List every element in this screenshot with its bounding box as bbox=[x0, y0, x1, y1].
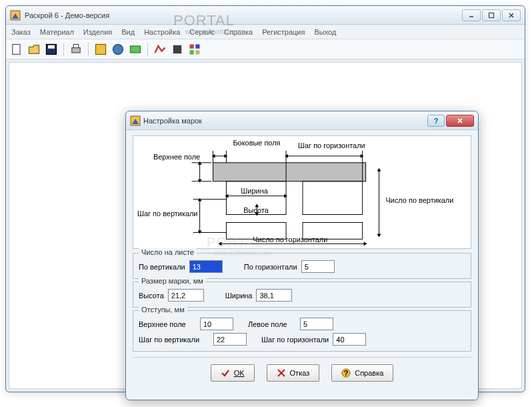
label-count-h: По горизонтали bbox=[244, 263, 297, 271]
ok-label: OK bbox=[234, 369, 245, 377]
group-margins-title: Отступы, мм bbox=[139, 306, 187, 314]
dialog-close-button[interactable] bbox=[446, 115, 474, 127]
ok-button[interactable]: OK bbox=[211, 364, 255, 382]
tool-icon[interactable] bbox=[171, 43, 184, 56]
svg-rect-13 bbox=[173, 45, 182, 53]
tool-icon[interactable] bbox=[188, 43, 201, 56]
svg-rect-5 bbox=[13, 44, 20, 54]
new-icon[interactable] bbox=[10, 43, 23, 56]
save-icon[interactable] bbox=[45, 43, 58, 56]
svg-rect-14 bbox=[190, 44, 194, 48]
diag-label-width: Ширина bbox=[241, 187, 268, 195]
label-step-h: Шаг по горизонтали bbox=[261, 336, 329, 344]
toolbar bbox=[6, 39, 525, 59]
menu-material[interactable]: Материал bbox=[40, 28, 74, 36]
titlebar: Раскрой 6 - Демо-версия bbox=[6, 6, 525, 25]
diagram: Боковые поля Верхнее поле Шаг по горизон… bbox=[133, 135, 471, 249]
dialog-title: Настройка марок bbox=[143, 117, 427, 125]
dialog-titlebar: Настройка марок ? bbox=[126, 111, 478, 130]
menu-exit[interactable]: Выход bbox=[314, 28, 336, 36]
svg-rect-9 bbox=[73, 44, 79, 47]
svg-rect-2 bbox=[489, 13, 494, 17]
tool-icon[interactable] bbox=[129, 43, 142, 56]
label-size-w: Ширина bbox=[225, 292, 253, 300]
help-label: Справка bbox=[355, 369, 383, 377]
svg-rect-17 bbox=[195, 50, 199, 54]
dialog-help-button[interactable]: ? bbox=[427, 115, 445, 127]
minimize-button[interactable] bbox=[462, 9, 481, 21]
dialog-app-icon bbox=[130, 115, 141, 126]
open-icon[interactable] bbox=[27, 43, 41, 56]
diag-label-counth: Число по горизонтали bbox=[253, 236, 327, 244]
svg-point-11 bbox=[113, 44, 123, 54]
svg-rect-12 bbox=[131, 46, 141, 53]
label-margin-top: Верхнее поле bbox=[139, 320, 196, 328]
window-title: Раскрой 6 - Демо-версия bbox=[25, 11, 462, 19]
menu-order[interactable]: Заказ bbox=[11, 28, 31, 36]
diag-label-height: Высота bbox=[243, 206, 269, 214]
diag-label-top: Верхнее поле bbox=[153, 153, 200, 161]
print-icon[interactable] bbox=[69, 43, 83, 56]
input-count-v[interactable] bbox=[189, 260, 223, 273]
label-size-h: Высота bbox=[139, 292, 164, 300]
group-margins: Отступы, мм Верхнее поле Левое поле Шаг … bbox=[133, 310, 471, 352]
help-button[interactable]: ? Справка bbox=[331, 364, 393, 382]
window-buttons bbox=[462, 9, 521, 21]
input-step-v[interactable] bbox=[213, 333, 247, 346]
diag-label-countv: Число по вертикали bbox=[385, 196, 453, 204]
input-count-h[interactable] bbox=[301, 260, 335, 273]
input-size-w[interactable] bbox=[256, 289, 292, 302]
input-margin-left[interactable] bbox=[300, 318, 333, 330]
cancel-button[interactable]: Отказ bbox=[267, 364, 320, 382]
label-margin-left: Левое поле bbox=[248, 320, 296, 328]
group-size: Размер марки, мм Высота Ширина bbox=[133, 282, 471, 308]
tool-icon[interactable] bbox=[111, 43, 125, 56]
svg-rect-16 bbox=[190, 50, 194, 54]
svg-rect-8 bbox=[72, 47, 81, 53]
label-count-v: По вертикали bbox=[139, 263, 185, 271]
dialog-button-bar: OK Отказ ? Справка bbox=[133, 357, 471, 382]
svg-rect-7 bbox=[48, 45, 55, 48]
toolbar-separator bbox=[63, 43, 64, 56]
tool-icon[interactable] bbox=[153, 43, 167, 56]
menu-settings[interactable]: Настройка bbox=[144, 28, 180, 36]
close-button[interactable] bbox=[502, 9, 521, 21]
menubar: Заказ Материал Изделия Вид Настройка Сер… bbox=[6, 25, 525, 39]
maximize-button[interactable] bbox=[482, 9, 501, 21]
svg-text:?: ? bbox=[344, 369, 349, 377]
menu-help[interactable]: Справка bbox=[224, 28, 253, 36]
label-step-v: Шаг по вертикали bbox=[139, 336, 209, 344]
toolbar-separator bbox=[88, 43, 89, 56]
group-count-title: Число на листе bbox=[139, 248, 197, 256]
svg-rect-15 bbox=[195, 44, 199, 48]
dialog-marks-settings: Настройка марок ? bbox=[125, 111, 479, 400]
diag-label-steph: Шаг по горизонтали bbox=[298, 141, 365, 149]
cross-icon bbox=[277, 368, 286, 378]
menu-view[interactable]: Вид bbox=[121, 28, 135, 36]
app-icon bbox=[10, 10, 21, 21]
tool-icon[interactable] bbox=[94, 43, 107, 56]
check-icon bbox=[221, 368, 230, 378]
svg-rect-10 bbox=[96, 44, 106, 54]
input-margin-top[interactable] bbox=[200, 318, 233, 330]
diag-label-side: Боковые поля bbox=[233, 139, 280, 147]
menu-register[interactable]: Регистрация bbox=[262, 28, 305, 36]
menu-products[interactable]: Изделия bbox=[83, 28, 112, 36]
svg-rect-23 bbox=[303, 181, 363, 215]
input-step-h[interactable] bbox=[333, 333, 366, 346]
diag-label-stepv: Шаг по вертикали bbox=[137, 210, 198, 218]
group-size-title: Размер марки, мм bbox=[139, 277, 206, 285]
svg-rect-21 bbox=[213, 163, 366, 181]
toolbar-separator bbox=[147, 43, 148, 56]
group-count: Число на листе По вертикали По горизонта… bbox=[133, 253, 471, 279]
input-size-h[interactable] bbox=[168, 289, 204, 302]
question-icon: ? bbox=[341, 368, 351, 378]
cancel-label: Отказ bbox=[290, 369, 310, 377]
menu-service[interactable]: Сервис bbox=[189, 28, 215, 36]
